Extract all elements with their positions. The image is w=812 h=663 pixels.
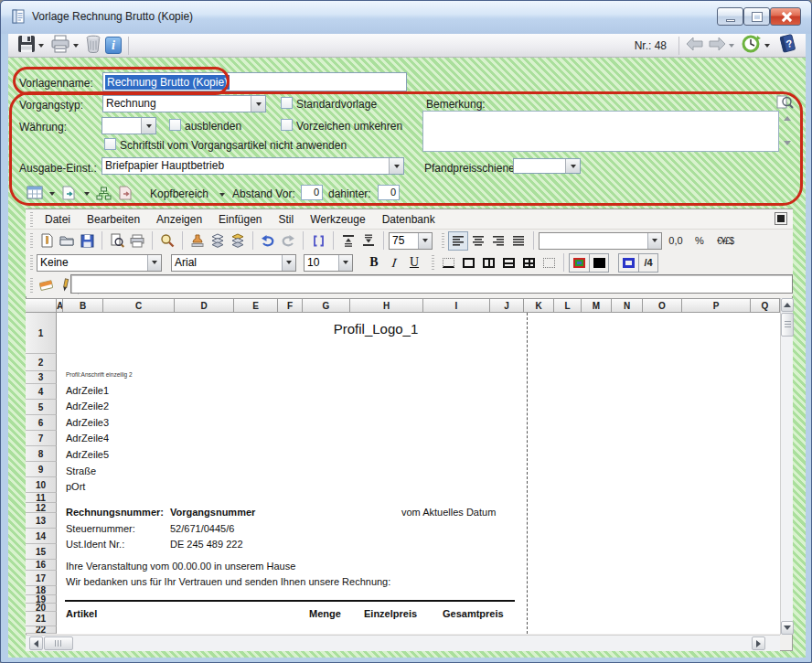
bemerkung-textarea[interactable] bbox=[422, 111, 779, 152]
align-left-button[interactable] bbox=[448, 231, 468, 251]
panel-window-button[interactable] bbox=[775, 212, 787, 225]
field-brackets-button[interactable] bbox=[308, 231, 328, 251]
formula-input[interactable] bbox=[70, 274, 793, 294]
doc-port[interactable]: pOrt bbox=[66, 481, 85, 492]
ausgabe-select[interactable]: Briefpapier Hauptbetrieb bbox=[102, 157, 404, 175]
menu-datenbank[interactable]: Datenbank bbox=[374, 211, 443, 228]
decimal-format-button[interactable]: 0,0 bbox=[662, 231, 689, 251]
previous-record-button[interactable] bbox=[684, 35, 706, 57]
menu-bearbeiten[interactable]: Bearbeiten bbox=[79, 211, 148, 228]
minimize-button[interactable] bbox=[717, 7, 743, 26]
menu-stil[interactable]: Stil bbox=[270, 211, 302, 228]
column-header[interactable]: I bbox=[423, 298, 490, 313]
spacing-after-button[interactable] bbox=[358, 231, 379, 251]
export-section-dropdown-icon[interactable] bbox=[84, 192, 90, 196]
row-header[interactable]: 2 bbox=[26, 354, 57, 371]
spacing-before-button[interactable] bbox=[338, 231, 358, 251]
doc-danke[interactable]: Wir bedanken uns für Ihr Vertrauen und s… bbox=[66, 576, 390, 587]
row-header[interactable]: 15 bbox=[26, 544, 57, 560]
style-select[interactable]: Keine bbox=[37, 254, 162, 272]
currency-format-button[interactable]: €¥£$ bbox=[710, 231, 741, 251]
table-layout-dropdown-icon[interactable] bbox=[49, 192, 55, 196]
kopfbereich-label[interactable]: Kopfbereich bbox=[150, 187, 208, 200]
row-header[interactable]: 16 bbox=[26, 560, 57, 571]
vertical-scrollbar[interactable] bbox=[780, 298, 793, 635]
structure-button[interactable] bbox=[96, 187, 112, 204]
doc-adr3[interactable]: AdrZeile3 bbox=[66, 417, 109, 428]
doc-col-gesamtpreis[interactable]: Gesamtpreis bbox=[443, 608, 504, 619]
column-header[interactable]: Q bbox=[751, 298, 780, 313]
row-header[interactable]: 19 bbox=[26, 595, 57, 604]
scroll-right-button[interactable] bbox=[752, 636, 765, 650]
save-dropdown-icon[interactable] bbox=[38, 44, 44, 48]
eraser-button[interactable] bbox=[37, 275, 57, 294]
italic-button[interactable]: I bbox=[383, 253, 406, 273]
help-button[interactable]: ? bbox=[775, 35, 800, 57]
border-horizontal-button[interactable] bbox=[498, 253, 518, 273]
column-header[interactable]: B bbox=[63, 298, 103, 313]
print-button[interactable] bbox=[48, 35, 83, 57]
doc-col-menge[interactable]: Menge bbox=[309, 608, 341, 619]
layers-button[interactable] bbox=[208, 231, 228, 251]
doc-anschrift-profil[interactable]: Profil:Anschrift einzeilig 2 bbox=[66, 371, 133, 378]
vertical-scroll-thumb[interactable] bbox=[781, 313, 794, 337]
column-header[interactable]: E bbox=[234, 298, 278, 313]
row-header[interactable]: 3 bbox=[26, 371, 57, 384]
print-document-button[interactable] bbox=[127, 231, 147, 251]
column-header[interactable]: J bbox=[490, 298, 524, 313]
save-document-button[interactable] bbox=[77, 231, 97, 251]
close-button[interactable] bbox=[770, 7, 801, 26]
border-color-button[interactable] bbox=[569, 253, 589, 273]
row-header[interactable]: 9 bbox=[26, 462, 57, 477]
menu-datei[interactable]: Datei bbox=[37, 211, 79, 228]
row-header[interactable]: 4 bbox=[26, 384, 57, 400]
column-header[interactable]: F bbox=[278, 298, 303, 313]
border-outline-button[interactable] bbox=[458, 253, 478, 273]
open-folder-button[interactable] bbox=[57, 231, 77, 251]
chevron-down-icon[interactable] bbox=[338, 255, 352, 271]
align-justify-button[interactable] bbox=[508, 231, 529, 251]
column-header[interactable]: O bbox=[643, 298, 682, 313]
search-button[interactable] bbox=[157, 231, 177, 251]
vorgangstyp-select[interactable]: Rechnung bbox=[102, 95, 266, 112]
vorlagenname-input[interactable]: Rechnung Brutto (Kopie) bbox=[102, 72, 407, 91]
toolbar-grip[interactable] bbox=[432, 255, 434, 270]
pfand-select[interactable] bbox=[513, 158, 581, 174]
info-button[interactable]: i bbox=[103, 35, 123, 57]
border-bottom-button[interactable] bbox=[438, 253, 458, 273]
waehrung-select[interactable] bbox=[102, 117, 156, 134]
align-center-button[interactable] bbox=[468, 231, 488, 251]
doc-adr1[interactable]: AdrZeile1 bbox=[66, 385, 109, 396]
row-header[interactable]: 11 bbox=[26, 493, 57, 503]
underline-button[interactable]: U bbox=[404, 253, 424, 273]
toolbar-grip[interactable] bbox=[30, 255, 33, 270]
toolbar-grip[interactable] bbox=[30, 278, 33, 293]
schriftstil-checkbox[interactable] bbox=[104, 138, 116, 150]
new-document-button[interactable] bbox=[37, 231, 57, 251]
zoom-select[interactable]: 75 bbox=[389, 232, 433, 250]
next-record-button[interactable] bbox=[706, 35, 739, 57]
column-header[interactable]: A bbox=[57, 298, 63, 313]
scroll-down-icon[interactable] bbox=[784, 141, 791, 145]
horizontal-scroll-thumb[interactable] bbox=[44, 636, 73, 650]
layers-colored-button[interactable] bbox=[228, 231, 248, 251]
fraction-button[interactable]: /4 bbox=[638, 253, 658, 273]
row-header[interactable]: 22 bbox=[26, 626, 57, 634]
horizontal-scrollbar[interactable] bbox=[26, 635, 780, 651]
column-header[interactable]: L bbox=[554, 298, 582, 313]
grid-corner[interactable] bbox=[26, 298, 57, 313]
export-section-button[interactable] bbox=[61, 186, 77, 204]
toolbar-grip[interactable] bbox=[442, 233, 444, 248]
column-header[interactable]: M bbox=[582, 298, 612, 313]
scroll-down-button[interactable] bbox=[781, 621, 794, 635]
abstand-vor-input[interactable]: 0 bbox=[301, 185, 323, 200]
chevron-down-icon[interactable] bbox=[141, 118, 155, 134]
font-size-select[interactable]: 10 bbox=[304, 254, 353, 272]
column-header[interactable]: H bbox=[350, 298, 423, 313]
doc-adr2[interactable]: AdrZeile2 bbox=[66, 401, 109, 412]
bold-button[interactable]: B bbox=[364, 253, 384, 273]
doc-veranstaltung[interactable]: Ihre Veranstaltung vom 00.00.00 in unser… bbox=[66, 561, 295, 572]
import-section-button[interactable] bbox=[118, 186, 134, 204]
menu-werkzeuge[interactable]: Werkzeuge bbox=[302, 211, 373, 228]
dahinter-input[interactable]: 0 bbox=[378, 185, 400, 200]
